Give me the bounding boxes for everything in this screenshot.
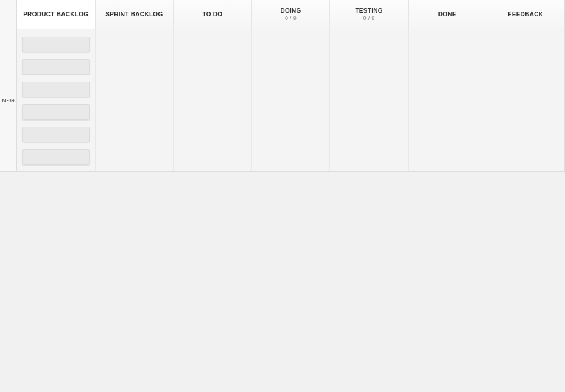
column-title: TO DO: [202, 11, 222, 18]
column-title: SPRINT BACKLOG: [105, 11, 163, 18]
cell-to-do[interactable]: [174, 29, 252, 171]
cell-sprint-backlog[interactable]: [96, 29, 174, 171]
column-title: DONE: [438, 11, 457, 18]
row-label-spacer: [0, 0, 17, 29]
column-title: DOING: [280, 7, 301, 14]
card[interactable]: [22, 104, 90, 120]
column-header-to-do[interactable]: TO DO: [174, 0, 252, 29]
card[interactable]: [22, 127, 90, 142]
cell-product-backlog[interactable]: [17, 29, 96, 171]
column-header-product-backlog[interactable]: PRODUCT BACKLOG: [17, 0, 96, 29]
column-header-sprint-backlog[interactable]: SPRINT BACKLOG: [96, 0, 174, 29]
cell-feedback[interactable]: [486, 29, 565, 171]
column-header-testing[interactable]: TESTING 0 / 9: [330, 0, 409, 29]
board-row: M-89: [0, 29, 565, 172]
card[interactable]: [22, 82, 90, 97]
row-label[interactable]: M-89: [0, 29, 17, 171]
row-label-text: M-89: [2, 97, 15, 103]
column-title: TESTING: [355, 7, 382, 14]
board-header: PRODUCT BACKLOG SPRINT BACKLOG TO DO DOI…: [0, 0, 565, 29]
column-title: PRODUCT BACKLOG: [23, 11, 88, 18]
card[interactable]: [22, 149, 90, 165]
column-wip: 0 / 9: [285, 15, 297, 21]
column-header-doing[interactable]: DOING 0 / 9: [252, 0, 331, 29]
card[interactable]: [22, 59, 90, 75]
card[interactable]: [22, 37, 90, 52]
column-wip: 0 / 9: [363, 15, 375, 21]
cell-doing[interactable]: [252, 29, 331, 171]
cell-testing[interactable]: [330, 29, 409, 171]
cell-done[interactable]: [409, 29, 487, 171]
column-header-feedback[interactable]: FEEDBACK: [486, 0, 565, 29]
column-header-done[interactable]: DONE: [409, 0, 487, 29]
column-title: FEEDBACK: [508, 11, 543, 18]
